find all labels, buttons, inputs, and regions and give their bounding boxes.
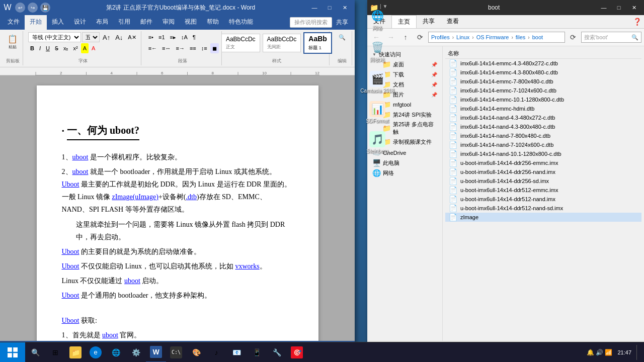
uboot-link-4[interactable]: Uboot	[62, 248, 79, 255]
undo-icon[interactable]: ↩	[15, 3, 25, 13]
file-item-6[interactable]: 📄 imx6ull-14x14-nand-4.3-480x272-c.dtb	[445, 113, 641, 122]
file-item-4[interactable]: 📄 imx6ull-14x14-emmc-10.1-1280x800-c.dtb	[445, 95, 641, 104]
file-item-17[interactable]: 📄 zImage	[445, 213, 641, 222]
explorer-close-button[interactable]: ✕	[626, 0, 641, 15]
bold-button[interactable]: B	[28, 43, 36, 53]
up-button[interactable]: ↑	[399, 31, 412, 44]
taskbar-cmd[interactable]: C:\	[166, 342, 186, 363]
file-item-8[interactable]: 📄 imx6ull-14x14-nand-7-800x480-c.dtb	[445, 131, 641, 140]
word-doc-icons[interactable]: W ↩ ↪ 💾	[3, 3, 50, 13]
font-grow-button[interactable]: A↑	[101, 32, 112, 42]
tab-home[interactable]: 开始	[25, 15, 47, 30]
desktop-icon-network[interactable]: 🌐 网络	[360, 5, 395, 34]
tab-review[interactable]: 审阅	[157, 15, 180, 30]
address-bar[interactable]: Profiles › Linux › OS Firmware › files ›…	[428, 32, 565, 43]
search-box[interactable]: 操作说明搜索	[290, 17, 332, 28]
find-button[interactable]: 🔍	[337, 32, 348, 42]
uboot-link-6[interactable]: uboot	[124, 277, 140, 285]
tab-insert[interactable]: 插入	[47, 15, 69, 30]
desktop-icon-steinberg[interactable]: 🎵 Steinberg	[360, 129, 395, 156]
taskbar-task-view[interactable]: ⊞	[45, 342, 65, 363]
zimage-link[interactable]: zImage(uImage)	[112, 193, 158, 201]
tab-view[interactable]: 视图	[180, 15, 202, 30]
show-desktop-button[interactable]	[636, 345, 639, 360]
uboot-link-3[interactable]: Uboot	[62, 180, 79, 188]
tab-mail[interactable]: 邮件	[135, 15, 157, 30]
taskbar-app-extra-1[interactable]: 📧	[226, 342, 247, 363]
address-linux[interactable]: Linux	[456, 34, 469, 40]
desktop-icon-sdf[interactable]: 📊 SDFormat	[360, 99, 395, 126]
explorer-minimize-button[interactable]: —	[596, 0, 611, 15]
tab-layout[interactable]: 布局	[91, 15, 113, 30]
system-tray[interactable]: 🔔 🔊 📶	[587, 349, 613, 356]
font-name-select[interactable]: 等线 (中文正文)	[28, 32, 81, 42]
taskbar-music[interactable]: ♪	[206, 342, 226, 363]
file-item-5[interactable]: 📄 imx6ull-14x14-emmc-hdmi.dtb	[445, 104, 641, 113]
sort-button[interactable]: ↕A	[179, 32, 190, 42]
style-normal[interactable]: AaBbCcDc正文	[221, 34, 260, 52]
taskbar-app-extra-4[interactable]: 🎯	[287, 342, 307, 363]
file-item-15[interactable]: 📄 u-boot-imx6ull-14x14-ddr512-nand.imx	[445, 195, 641, 204]
explorer-tab-share[interactable]: 共享	[417, 15, 441, 28]
start-button[interactable]	[0, 342, 25, 363]
save-icon[interactable]: 💾	[40, 3, 50, 13]
taskbar-edge[interactable]: e	[86, 342, 106, 363]
address-boot[interactable]: boot	[532, 34, 543, 40]
tab-design[interactable]: 设计	[69, 15, 91, 30]
file-item-9[interactable]: 📄 imx6ull-14x14-nand-7-1024x600-c.dtb	[445, 140, 641, 149]
desktop-icon-recycle[interactable]: 🗑️ 回收站	[360, 37, 395, 66]
underline-button[interactable]: U	[44, 43, 52, 53]
address-refresh-button[interactable]: ⟳	[567, 31, 580, 44]
explorer-tab-view[interactable]: 查看	[441, 15, 465, 28]
redo-icon[interactable]: ↪	[28, 3, 38, 13]
uboot-acquire-link[interactable]: Uboot	[62, 317, 79, 324]
uboot-official-link[interactable]: uboot	[102, 331, 118, 339]
taskbar-chrome[interactable]: 🌐	[106, 342, 126, 363]
style-no-spacing[interactable]: AaBbCcDc无间距	[263, 34, 301, 52]
refresh-button[interactable]: ⟳	[414, 31, 427, 44]
taskbar-paint[interactable]: 🎨	[186, 342, 206, 363]
file-item-2[interactable]: 📄 imx6ull-14x14-emmc-7-800x480-c.dtb	[445, 77, 641, 86]
paste-button[interactable]: 📋 粘贴	[5, 32, 20, 51]
tab-help[interactable]: 帮助	[202, 15, 224, 30]
style-heading1[interactable]: AaBb标题 1	[303, 32, 332, 54]
outline-list-button[interactable]: ≡▸	[168, 32, 178, 42]
share-button[interactable]: 共享	[336, 18, 348, 27]
taskbar-app-extra-3[interactable]: 🔧	[267, 342, 287, 363]
bullet-list-button[interactable]: ≡•	[146, 32, 155, 42]
file-item-1[interactable]: 📄 imx6ull-14x14-emmc-4.3-800x480-c.dtb	[445, 68, 641, 77]
dtb-link[interactable]: .dtb	[186, 193, 197, 201]
minimize-button[interactable]: —	[307, 0, 322, 15]
strikethrough-button[interactable]: S̶	[53, 43, 60, 53]
numbered-list-button[interactable]: ≡1	[156, 32, 167, 42]
uboot-link-1[interactable]: uboot	[72, 153, 89, 161]
file-item-13[interactable]: 📄 u-boot-imx6ull-14x14-ddr256-sd.imx	[445, 176, 641, 186]
show-marks-button[interactable]: ¶	[191, 32, 198, 42]
taskbar-app-extra-2[interactable]: 📱	[247, 342, 267, 363]
clear-format-button[interactable]: A✕	[126, 32, 138, 42]
explorer-help-icon[interactable]: ❓	[633, 15, 644, 28]
address-profiles[interactable]: Profiles	[431, 34, 450, 40]
desktop-icon-camtasia[interactable]: 🎬 Camtasia 2018	[360, 68, 395, 96]
file-item-10[interactable]: 📄 imx6ull-14x14-nand-10.1-1280x800-c.dtb	[445, 149, 641, 158]
explorer-maximize-button[interactable]: □	[611, 0, 626, 15]
superscript-button[interactable]: x²	[71, 43, 79, 53]
file-item-16[interactable]: 📄 u-boot-imx6ull-14x14-ddr512-nand-sd.im…	[445, 204, 641, 213]
uboot-link-5[interactable]: Uboot	[62, 262, 79, 270]
sidebar-network[interactable]: 🌐 网络	[367, 168, 442, 178]
align-left-button[interactable]: ≡←	[146, 43, 159, 53]
file-item-7[interactable]: 📄 imx6ull-14x14-nand-4.3-800x480-c.dtb	[445, 122, 641, 131]
file-item-12[interactable]: 📄 u-boot-imx6ull-14x14-ddr256-nand.imx	[445, 167, 641, 176]
taskbar-file-explorer[interactable]: 📁	[65, 342, 86, 363]
address-firmware[interactable]: OS Firmware	[476, 34, 509, 40]
taskbar-word[interactable]: W	[146, 342, 166, 363]
font-color-button[interactable]: A	[90, 43, 97, 53]
taskbar-search[interactable]: 🔍	[25, 342, 45, 363]
document-page[interactable]: · 一、何为 uboot? 1、uboot 是一个裸机程序。比较复杂。 2、ub…	[37, 85, 318, 341]
address-files[interactable]: files	[516, 34, 526, 40]
line-spacing-button[interactable]: ↕≡	[199, 43, 209, 53]
maximize-button[interactable]: □	[322, 0, 337, 15]
font-shrink-button[interactable]: A↓	[113, 32, 125, 42]
file-item-0[interactable]: 📄 imx6ull-14x14-emmc-4.3-480x272-c.dtb	[445, 59, 641, 68]
font-size-select[interactable]: 五号	[82, 32, 100, 42]
